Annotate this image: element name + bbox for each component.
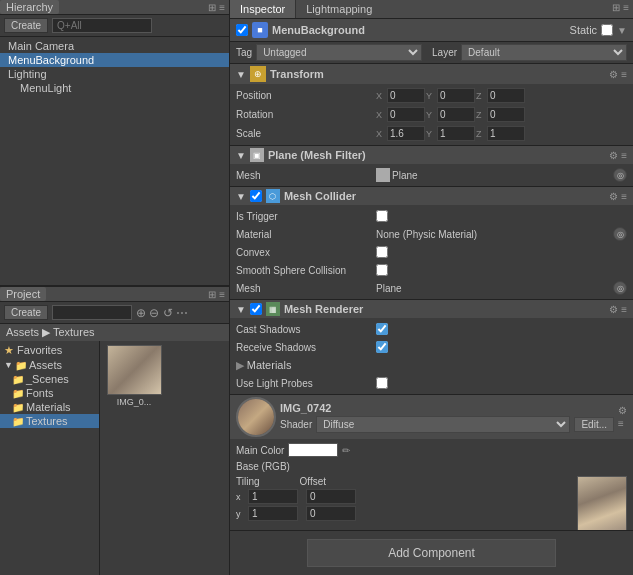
scale-y-input[interactable] xyxy=(437,126,475,141)
shader-edit-button[interactable]: Edit... xyxy=(574,417,614,432)
tree-item-fonts[interactable]: 📁 Fonts xyxy=(0,386,99,400)
object-icon: ■ xyxy=(252,22,268,38)
tiling-y-input[interactable] xyxy=(248,506,298,521)
asset-grid: IMG_0... xyxy=(100,341,229,575)
offset-y-input[interactable] xyxy=(306,506,356,521)
project-search-input[interactable] xyxy=(52,305,132,320)
static-dropdown-icon[interactable]: ▼ xyxy=(617,25,627,36)
rotation-y-input[interactable] xyxy=(437,107,475,122)
hierarchy-search-input[interactable] xyxy=(52,18,152,33)
inspector-panel-icons: ⊞ ≡ xyxy=(608,0,633,18)
collider-mesh-label: Mesh xyxy=(236,283,376,294)
project-main: ★ Favorites ▼ 📁 Assets 📁 _Scenes 📁 Fonts xyxy=(0,341,229,575)
collider-mesh-text: Plane xyxy=(376,283,611,294)
offset-header: Offset xyxy=(300,476,327,487)
mesh-filter-header[interactable]: ▼ ▣ Plane (Mesh Filter) ⚙ ≡ xyxy=(230,146,633,164)
material-actions[interactable]: ⚙ ≡ xyxy=(618,405,627,429)
material-info: IMG_0742 Shader Diffuse Edit... xyxy=(280,402,614,433)
project-search-icon[interactable]: ⊕ ⊖ ↺ ⋯ xyxy=(136,306,188,320)
asset-item-img[interactable]: IMG_0... xyxy=(104,345,164,407)
hierarchy-create-button[interactable]: Create xyxy=(4,18,48,33)
tag-layer-row: Tag Untagged Layer Default xyxy=(230,42,633,64)
position-row: Position X Y Z xyxy=(230,86,633,105)
materials-row: ▶ Materials xyxy=(230,356,633,374)
main-color-swatch[interactable] xyxy=(288,443,338,457)
material-thumbnail xyxy=(236,397,276,437)
use-light-probes-checkbox[interactable] xyxy=(376,377,388,389)
smooth-sphere-checkbox[interactable] xyxy=(376,264,388,276)
cast-shadows-checkbox[interactable] xyxy=(376,323,388,335)
position-z-input[interactable] xyxy=(487,88,525,103)
hierarchy-panel-header: Hierarchy ⊞ ≡ xyxy=(0,0,229,15)
material-select-btn[interactable]: ◎ xyxy=(613,227,627,241)
static-label: Static xyxy=(570,24,598,36)
project-create-button[interactable]: Create xyxy=(4,305,48,320)
is-trigger-label: Is Trigger xyxy=(236,211,376,222)
hierarchy-content: Main Camera MenuBackground Lighting Menu… xyxy=(0,37,229,285)
transform-actions[interactable]: ⚙ ≡ xyxy=(609,69,627,80)
hierarchy-item-main-camera[interactable]: Main Camera xyxy=(0,39,229,53)
layer-select[interactable]: Default xyxy=(461,44,627,61)
hierarchy-panel-icons: ⊞ ≡ xyxy=(204,2,229,13)
rotation-z-input[interactable] xyxy=(487,107,525,122)
lightmapping-tab[interactable]: Lightmapping xyxy=(296,0,382,18)
hierarchy-item-menu-light[interactable]: MenuLight xyxy=(0,81,229,95)
mesh-collider-title: Mesh Collider xyxy=(284,190,605,202)
hierarchy-item-menu-background[interactable]: MenuBackground xyxy=(0,53,229,67)
offset-x-input[interactable] xyxy=(306,489,356,504)
mesh-filter-mesh-row: Mesh Plane ◎ xyxy=(230,166,633,184)
tree-item-assets[interactable]: ▼ 📁 Assets xyxy=(0,358,99,372)
tiling-y-axis: y xyxy=(236,509,246,519)
scale-x-input[interactable] xyxy=(387,126,425,141)
add-component-button[interactable]: Add Component xyxy=(307,539,556,567)
tiling-x-row: x xyxy=(236,489,573,504)
color-picker-icon[interactable]: ✏ xyxy=(342,445,350,456)
shader-select[interactable]: Diffuse xyxy=(316,416,570,433)
mesh-filter-title: Plane (Mesh Filter) xyxy=(268,149,605,161)
project-toolbar: Create ⊕ ⊖ ↺ ⋯ xyxy=(0,302,229,324)
mesh-renderer-header[interactable]: ▼ ▦ Mesh Renderer ⚙ ≡ xyxy=(230,300,633,318)
tree-item-scenes[interactable]: 📁 _Scenes xyxy=(0,372,99,386)
receive-shadows-checkbox[interactable] xyxy=(376,341,388,353)
scale-z-input[interactable] xyxy=(487,126,525,141)
scale-label: Scale xyxy=(236,128,376,139)
static-checkbox[interactable] xyxy=(601,24,613,36)
material-component: IMG_0742 Shader Diffuse Edit... ⚙ ≡ xyxy=(230,395,633,530)
receive-shadows-label: Receive Shadows xyxy=(236,342,376,353)
position-y-input[interactable] xyxy=(437,88,475,103)
texture-controls: Tiling Offset x y xyxy=(236,476,573,523)
cast-shadows-row: Cast Shadows xyxy=(230,320,633,338)
texture-thumbnail[interactable] xyxy=(577,476,627,530)
project-panel-header: Project ⊞ ≡ xyxy=(0,287,229,302)
inspector-tab[interactable]: Inspector xyxy=(230,0,296,18)
hierarchy-tab[interactable]: Hierarchy xyxy=(0,0,59,14)
position-x-input[interactable] xyxy=(387,88,425,103)
mesh-renderer-actions[interactable]: ⚙ ≡ xyxy=(609,304,627,315)
position-xyz: X Y Z xyxy=(376,88,627,103)
inspector-scroll[interactable]: ▼ ⊕ Transform ⚙ ≡ Position X Y Z xyxy=(230,64,633,530)
transform-header[interactable]: ▼ ⊕ Transform ⚙ ≡ xyxy=(230,64,633,84)
mesh-collider-actions[interactable]: ⚙ ≡ xyxy=(609,191,627,202)
object-active-checkbox[interactable] xyxy=(236,24,248,36)
project-tab[interactable]: Project xyxy=(0,287,46,301)
rotation-x-input[interactable] xyxy=(387,107,425,122)
mesh-renderer-enable-checkbox[interactable] xyxy=(250,303,262,315)
use-light-probes-row: Use Light Probes xyxy=(230,374,633,392)
tag-select[interactable]: Untagged xyxy=(256,44,422,61)
main-color-row: Main Color ✏ xyxy=(236,443,627,457)
mesh-filter-mesh-select-btn[interactable]: ◎ xyxy=(613,168,627,182)
is-trigger-checkbox[interactable] xyxy=(376,210,388,222)
tree-item-materials[interactable]: 📁 Materials xyxy=(0,400,99,414)
mesh-filter-actions[interactable]: ⚙ ≡ xyxy=(609,150,627,161)
transform-arrow: ▼ xyxy=(236,69,246,80)
mesh-collider-header[interactable]: ▼ ⬡ Mesh Collider ⚙ ≡ xyxy=(230,187,633,205)
use-light-probes-label: Use Light Probes xyxy=(236,378,376,389)
tiling-x-input[interactable] xyxy=(248,489,298,504)
scale-row: Scale X Y Z xyxy=(230,124,633,143)
mesh-collider-enable-checkbox[interactable] xyxy=(250,190,262,202)
tree-item-textures[interactable]: 📁 Textures xyxy=(0,414,99,428)
shader-row: Shader Diffuse Edit... xyxy=(280,416,614,433)
collider-mesh-select-btn[interactable]: ◎ xyxy=(613,281,627,295)
hierarchy-item-lighting[interactable]: Lighting xyxy=(0,67,229,81)
convex-checkbox[interactable] xyxy=(376,246,388,258)
